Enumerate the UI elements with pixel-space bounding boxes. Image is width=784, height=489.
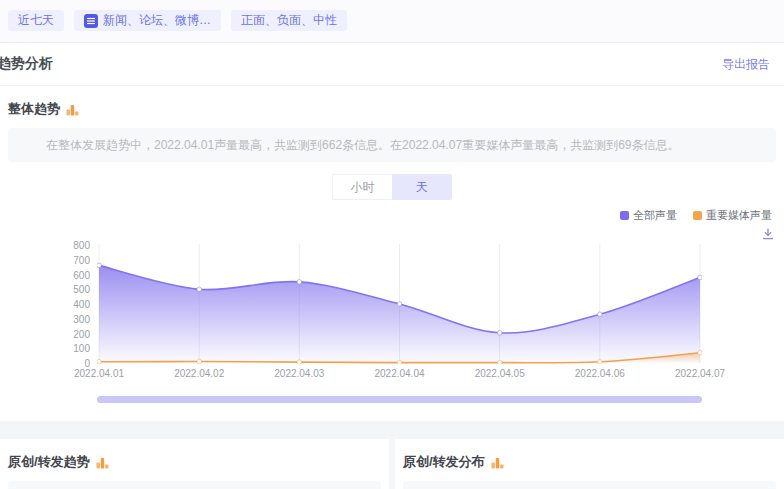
plot-area: 2022.04.012022.04.022022.04.032022.04.04… [97, 244, 702, 364]
chart-scrollbar-track [97, 396, 702, 403]
toggle-hour-button[interactable]: 小时 [332, 174, 392, 200]
x-axis-label: 2022.04.02 [174, 368, 224, 379]
chart-legend: 全部声量 重要媒体声量 [0, 208, 784, 223]
y-axis-label: 600 [73, 270, 90, 281]
trend-analysis-card: 趋势分析 导出报告 整体趋势 在整体发展趋势中，2022.04.01声量最高，共… [0, 42, 784, 421]
legend-item-media[interactable]: 重要媒体声量 [693, 208, 772, 223]
originals-trend-card: 原创/转发趋势 原创/转发趋势中原创声量在2022.04.01最高，共监测到51… [0, 439, 389, 489]
originals-distribution-title: 原创/转发分布 [395, 439, 784, 481]
legend-item-total[interactable]: 全部声量 [620, 208, 677, 223]
podium-icon [66, 103, 79, 116]
overall-trend-summary: 在整体发展趋势中，2022.04.01声量最高，共监测到662条信息。在2022… [8, 128, 776, 162]
data-point-marker[interactable] [297, 360, 302, 364]
originals-trend-title: 原创/转发趋势 [0, 439, 389, 481]
x-axis-label: 2022.04.05 [475, 368, 525, 379]
granularity-toggle: 小时 天 [0, 174, 784, 200]
x-axis-label: 2022.04.04 [374, 368, 424, 379]
originals-distribution-title-label: 原创/转发分布 [403, 453, 485, 471]
filter-chip-label: 正面、负面、中性 [241, 13, 337, 28]
data-point-marker[interactable] [497, 360, 502, 364]
filter-chip-label: 新闻、论坛、微博… [103, 13, 211, 28]
data-point-marker[interactable] [698, 351, 702, 356]
y-axis-label: 400 [73, 299, 90, 310]
legend-label: 全部声量 [633, 208, 677, 223]
download-chart-icon[interactable] [762, 228, 774, 240]
bottom-cards: 原创/转发趋势 原创/转发趋势中原创声量在2022.04.01最高，共监测到51… [0, 439, 784, 489]
x-axis-label: 2022.04.03 [274, 368, 324, 379]
filter-chip-date-range[interactable]: 近七天 [8, 10, 64, 31]
x-axis: 2022.04.012022.04.022022.04.032022.04.04… [97, 368, 702, 382]
x-axis-label: 2022.04.06 [575, 368, 625, 379]
data-point-marker[interactable] [397, 360, 402, 364]
data-point-marker[interactable] [497, 331, 502, 336]
legend-label: 重要媒体声量 [706, 208, 772, 223]
export-report-link[interactable]: 导出报告 [722, 56, 770, 73]
y-axis-label: 800 [73, 240, 90, 251]
podium-icon [96, 456, 109, 469]
page-title: 趋势分析 [0, 55, 53, 73]
x-axis-label: 2022.04.07 [675, 368, 725, 379]
data-point-marker[interactable] [297, 280, 302, 285]
y-axis: 0100200300400500600700800 [0, 244, 97, 364]
data-point-marker[interactable] [97, 360, 101, 365]
filter-bar: 近七天 新闻、论坛、微博… 正面、负面、中性 [0, 0, 784, 42]
data-point-marker[interactable] [197, 287, 202, 292]
source-channels-icon [84, 14, 98, 28]
legend-swatch-media [693, 211, 702, 220]
y-axis-label: 500 [73, 284, 90, 295]
trend-chart: 0100200300400500600700800 2022.04.012022… [0, 244, 784, 364]
toggle-day-button[interactable]: 天 [392, 174, 452, 200]
originals-distribution-card: 原创/转发分布 监测信息总量3294条信息，其中原创声量占比66.45%，共计2… [395, 439, 784, 489]
chart-scrollbar[interactable] [97, 396, 702, 403]
y-axis-label: 100 [73, 343, 90, 354]
y-axis-label: 700 [73, 255, 90, 266]
filter-chip-sources[interactable]: 新闻、论坛、微博… [74, 10, 221, 31]
data-point-marker[interactable] [397, 302, 402, 307]
overall-trend-title-label: 整体趋势 [8, 100, 60, 118]
x-axis-label: 2022.04.01 [74, 368, 124, 379]
data-point-marker[interactable] [698, 275, 702, 280]
legend-swatch-total [620, 211, 629, 220]
data-point-marker[interactable] [598, 360, 603, 365]
data-point-marker[interactable] [197, 359, 202, 364]
trend-svg [97, 244, 702, 364]
data-point-marker[interactable] [97, 263, 101, 268]
filter-chip-sentiment[interactable]: 正面、负面、中性 [231, 10, 347, 31]
data-point-marker[interactable] [598, 312, 603, 317]
overall-trend-title: 整体趋势 [0, 86, 784, 128]
filter-chip-label: 近七天 [18, 13, 54, 28]
podium-icon [491, 456, 504, 469]
originals-trend-title-label: 原创/转发趋势 [8, 453, 90, 471]
card-header: 趋势分析 导出报告 [0, 43, 784, 86]
originals-distribution-summary: 监测信息总量3294条信息，其中原创声量占比66.45%，共计2189条信息；转… [403, 481, 776, 489]
chart-toolbar [0, 228, 784, 241]
y-axis-label: 200 [73, 329, 90, 340]
originals-trend-summary: 原创/转发趋势中原创声量在2022.04.01最高，共监测到510条信息；转发声… [8, 481, 381, 489]
y-axis-label: 300 [73, 314, 90, 325]
